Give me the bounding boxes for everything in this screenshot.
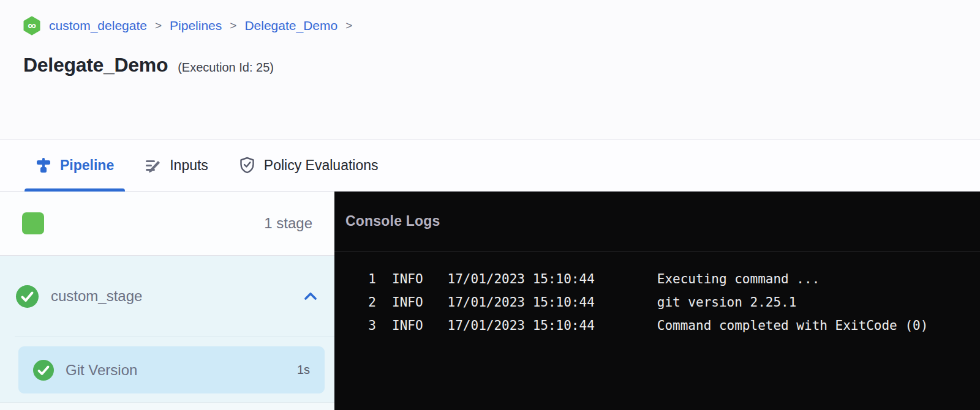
panel-footer-strip (0, 403, 334, 410)
log-line-number: 2 (368, 295, 376, 310)
step-duration: 1s (297, 363, 310, 377)
success-check-icon (16, 285, 39, 308)
log-timestamp: 17/01/2023 15:10:44 (448, 272, 595, 286)
pipeline-icon (36, 157, 51, 173)
stage-count-label: 1 stage (264, 215, 312, 232)
log-level: INFO (392, 295, 423, 310)
tab-policy-evaluations[interactable]: Policy Evaluations (228, 140, 390, 191)
log-message: Executing command ... (657, 272, 820, 286)
log-timestamp: 17/01/2023 15:10:44 (448, 295, 595, 310)
log-line: 1 INFO 17/01/2023 15:10:44 Executing com… (334, 267, 980, 291)
stage-status-square-icon (22, 212, 44, 234)
title-row: Delegate_Demo (Execution Id: 25) (0, 35, 980, 76)
tab-bar: Pipeline Inputs Policy Evaluations (0, 139, 980, 192)
infinity-icon: ∞ (22, 16, 42, 35)
breadcrumb-separator: > (154, 19, 162, 32)
breadcrumb-separator: > (229, 19, 237, 32)
log-level: INFO (392, 272, 423, 286)
stages-panel: 1 stage custom_stage (0, 192, 334, 410)
stage-name: custom_stage (51, 288, 142, 305)
tab-label: Inputs (170, 157, 208, 174)
app-root: ∞ custom_delegate > Pipelines > Delegate… (0, 0, 980, 410)
log-line: 3 INFO 17/01/2023 15:10:44 Command compl… (334, 314, 980, 337)
step-row-git-version[interactable]: Git Version 1s (18, 346, 325, 393)
log-line-number: 1 (368, 272, 376, 286)
step-name: Git Version (66, 362, 137, 379)
log-message: Command completed with ExitCode (0) (657, 318, 929, 333)
breadcrumb: ∞ custom_delegate > Pipelines > Delegate… (0, 0, 980, 35)
chevron-up-icon (303, 290, 318, 302)
log-line-number: 3 (368, 318, 376, 333)
breadcrumb-link-project[interactable]: custom_delegate (49, 18, 147, 33)
console-header: Console Logs (334, 192, 980, 252)
breadcrumb-separator: > (345, 19, 353, 32)
inputs-edit-icon (145, 157, 161, 173)
tab-label: Pipeline (60, 157, 114, 174)
page-title: Delegate_Demo (23, 54, 168, 76)
execution-id-label: (Execution Id: 25) (178, 61, 274, 75)
shield-check-icon (239, 157, 255, 174)
breadcrumb-link-pipeline-name[interactable]: Delegate_Demo (244, 18, 337, 33)
console-title: Console Logs (345, 213, 440, 229)
log-level: INFO (392, 318, 423, 333)
console-log-list: 1 INFO 17/01/2023 15:10:44 Executing com… (334, 252, 980, 337)
collapse-stage-button[interactable] (303, 290, 318, 302)
log-message: git version 2.25.1 (657, 295, 797, 310)
stage-row-custom-stage[interactable]: custom_stage (0, 256, 334, 337)
divider (15, 337, 334, 337)
tab-label: Policy Evaluations (264, 157, 379, 174)
stage-count-row: 1 stage (0, 192, 334, 256)
breadcrumb-link-pipelines[interactable]: Pipelines (170, 18, 222, 33)
tab-inputs[interactable]: Inputs (134, 140, 219, 191)
log-timestamp: 17/01/2023 15:10:44 (448, 318, 595, 333)
execution-content: 1 stage custom_stage (0, 192, 980, 410)
log-line: 2 INFO 17/01/2023 15:10:44 git version 2… (334, 291, 980, 314)
tab-pipeline[interactable]: Pipeline (24, 140, 125, 191)
stage-section: custom_stage Git Version (0, 256, 334, 410)
page-header: ∞ custom_delegate > Pipelines > Delegate… (0, 0, 980, 139)
project-icon: ∞ (22, 16, 42, 35)
console-logs-panel: Console Logs 1 INFO 17/01/2023 15:10:44 … (334, 192, 980, 410)
success-check-icon (33, 360, 54, 381)
